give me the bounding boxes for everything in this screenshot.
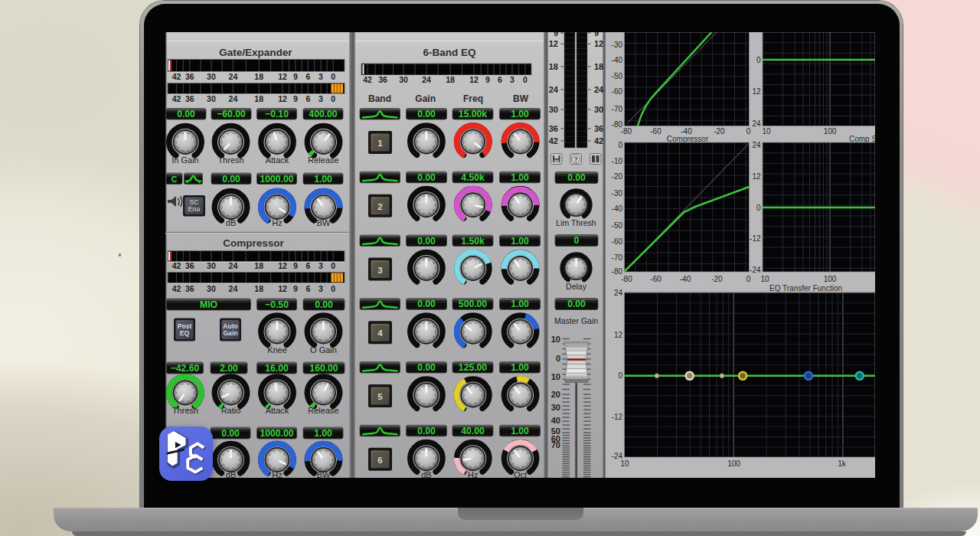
svg-text:dB: dB bbox=[226, 469, 236, 478]
svg-text:Auto: Auto bbox=[223, 322, 238, 329]
svg-text:36: 36 bbox=[185, 93, 194, 103]
svg-text:BW: BW bbox=[317, 469, 331, 478]
svg-text:0.00: 0.00 bbox=[221, 427, 240, 438]
svg-text:-20: -20 bbox=[711, 274, 723, 283]
svg-text:18: 18 bbox=[254, 261, 263, 270]
svg-text:Release: Release bbox=[308, 406, 338, 415]
svg-text:18: 18 bbox=[254, 72, 263, 81]
svg-text:1.00: 1.00 bbox=[511, 235, 529, 246]
svg-text:1000.00: 1000.00 bbox=[260, 173, 293, 184]
svg-text:6-Band EQ: 6-Band EQ bbox=[423, 47, 475, 58]
svg-text:36: 36 bbox=[185, 72, 194, 81]
svg-text:10: 10 bbox=[762, 127, 771, 136]
svg-text:9: 9 bbox=[594, 32, 599, 38]
svg-text:0: 0 bbox=[556, 354, 560, 363]
svg-text:-80: -80 bbox=[621, 274, 632, 283]
svg-text:0: 0 bbox=[618, 371, 622, 380]
svg-text:40: 40 bbox=[551, 415, 560, 424]
svg-text:42: 42 bbox=[172, 283, 181, 293]
svg-text:-20: -20 bbox=[714, 127, 725, 136]
svg-text:0: 0 bbox=[618, 141, 622, 149]
svg-text:0: 0 bbox=[331, 261, 335, 270]
svg-text:dB: dB bbox=[226, 218, 236, 227]
svg-text:42: 42 bbox=[549, 136, 558, 145]
svg-text:Gate/Expander: Gate/Expander bbox=[219, 47, 292, 58]
svg-text:100: 100 bbox=[824, 127, 837, 136]
svg-text:9: 9 bbox=[485, 75, 490, 84]
svg-text:24: 24 bbox=[229, 72, 238, 81]
svg-text:24: 24 bbox=[229, 283, 238, 293]
svg-text:1: 1 bbox=[377, 139, 383, 148]
svg-text:36: 36 bbox=[549, 123, 558, 132]
svg-text:100: 100 bbox=[727, 459, 740, 468]
svg-text:2: 2 bbox=[377, 201, 382, 211]
svg-text:10: 10 bbox=[551, 371, 560, 381]
svg-text:SC: SC bbox=[190, 198, 199, 205]
svg-text:dB: dB bbox=[421, 469, 431, 478]
svg-text:1.00: 1.00 bbox=[511, 109, 529, 119]
svg-text:Hz: Hz bbox=[468, 469, 478, 478]
svg-text:0: 0 bbox=[523, 75, 528, 84]
svg-text:0.00: 0.00 bbox=[567, 172, 586, 183]
svg-text:24: 24 bbox=[614, 289, 623, 297]
svg-text:-70: -70 bbox=[612, 253, 623, 261]
svg-text:42: 42 bbox=[172, 72, 181, 81]
svg-text:0.00: 0.00 bbox=[417, 362, 436, 373]
svg-text:1.00: 1.00 bbox=[314, 173, 332, 184]
svg-text:20: 20 bbox=[551, 389, 560, 398]
svg-text:-50: -50 bbox=[612, 71, 623, 80]
svg-text:24: 24 bbox=[752, 141, 761, 149]
svg-text:Hz: Hz bbox=[272, 218, 282, 227]
svg-text:3: 3 bbox=[318, 283, 323, 293]
svg-text:C: C bbox=[172, 174, 178, 183]
svg-text:10: 10 bbox=[620, 459, 629, 468]
svg-text:-24: -24 bbox=[612, 451, 623, 459]
svg-text:EQ Transfer Function: EQ Transfer Function bbox=[769, 283, 842, 292]
svg-text:24: 24 bbox=[229, 93, 238, 103]
svg-text:-60: -60 bbox=[612, 87, 623, 96]
svg-text:12: 12 bbox=[752, 87, 761, 96]
svg-text:12: 12 bbox=[614, 331, 623, 339]
svg-text:2.00: 2.00 bbox=[220, 362, 238, 373]
svg-text:36: 36 bbox=[185, 261, 194, 270]
svg-text:-10: -10 bbox=[612, 157, 623, 165]
svg-text:400.00: 400.00 bbox=[309, 109, 337, 119]
svg-text:42: 42 bbox=[172, 93, 181, 103]
svg-text:Ena: Ena bbox=[188, 205, 201, 213]
svg-text:3: 3 bbox=[318, 261, 323, 270]
svg-text:0.00: 0.00 bbox=[177, 109, 195, 119]
svg-text:-12: -12 bbox=[750, 234, 761, 243]
svg-text:Compressor: Compressor bbox=[667, 134, 709, 142]
svg-text:30: 30 bbox=[207, 283, 216, 293]
svg-text:70: 70 bbox=[551, 440, 560, 449]
svg-text:1.00: 1.00 bbox=[511, 299, 529, 309]
svg-text:125.00: 125.00 bbox=[459, 362, 487, 373]
svg-text:4: 4 bbox=[377, 328, 383, 338]
svg-text:0: 0 bbox=[746, 127, 751, 136]
svg-text:5: 5 bbox=[377, 392, 383, 401]
svg-text:3: 3 bbox=[318, 93, 323, 103]
svg-text:42: 42 bbox=[363, 75, 372, 84]
svg-text:-40: -40 bbox=[612, 204, 623, 212]
svg-text:6: 6 bbox=[305, 72, 310, 81]
svg-text:4.50k: 4.50k bbox=[461, 172, 485, 182]
svg-text:0.00: 0.00 bbox=[315, 299, 333, 309]
svg-text:18: 18 bbox=[254, 283, 263, 293]
svg-text:?: ? bbox=[573, 155, 578, 162]
svg-text:30: 30 bbox=[207, 261, 216, 270]
svg-text:36: 36 bbox=[185, 283, 194, 293]
svg-text:0.00: 0.00 bbox=[417, 109, 436, 119]
svg-text:Band: Band bbox=[368, 93, 391, 103]
svg-text:0: 0 bbox=[331, 72, 335, 81]
svg-text:42: 42 bbox=[594, 136, 603, 145]
svg-text:-40: -40 bbox=[612, 55, 623, 64]
svg-text:-60: -60 bbox=[650, 127, 662, 136]
svg-text:6: 6 bbox=[498, 75, 502, 84]
svg-text:6: 6 bbox=[305, 283, 310, 293]
svg-text:0: 0 bbox=[331, 93, 335, 103]
svg-text:18: 18 bbox=[446, 75, 455, 84]
svg-text:30: 30 bbox=[549, 104, 558, 113]
svg-text:18: 18 bbox=[254, 93, 263, 103]
svg-text:-24: -24 bbox=[750, 266, 761, 274]
svg-text:Gain: Gain bbox=[223, 329, 237, 337]
